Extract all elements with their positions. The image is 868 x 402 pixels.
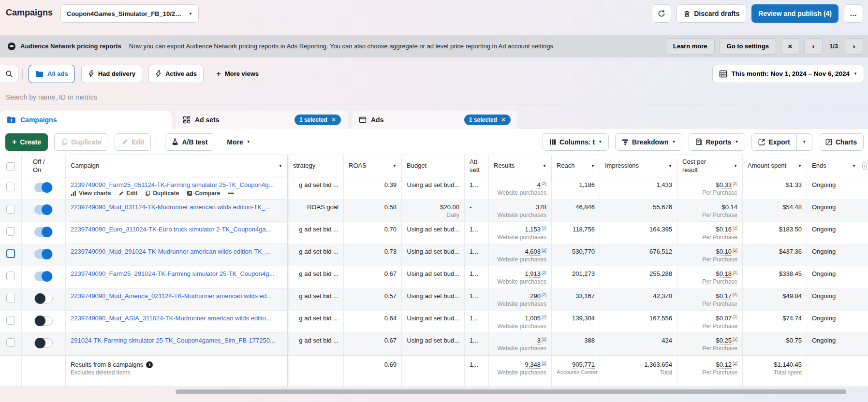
- sort-caret-icon[interactable]: ▼: [591, 164, 595, 168]
- discard-drafts-button[interactable]: Discard drafts: [677, 4, 746, 23]
- column-header-amount-spent[interactable]: Amount spent: [748, 162, 786, 170]
- duplicate-button[interactable]: Duplicate: [54, 133, 108, 151]
- tab-ad-sets[interactable]: Ad sets 1 selected ✕: [176, 111, 348, 129]
- summary-results[interactable]: 9,348: [525, 361, 541, 369]
- column-header-cost-per-result[interactable]: Cost per result: [682, 158, 713, 174]
- row-checkbox[interactable]: [6, 227, 15, 236]
- summary-cost-per-result[interactable]: $0.12: [716, 361, 732, 369]
- info-icon[interactable]: i: [146, 361, 153, 368]
- columns-button[interactable]: Columns: t ▼: [543, 133, 609, 151]
- cost-per-result-value[interactable]: $0.10: [716, 248, 732, 256]
- cost-per-result-value[interactable]: $0.25: [716, 337, 732, 345]
- column-header-budget[interactable]: Budget: [407, 162, 427, 170]
- sort-caret-icon[interactable]: ▼: [798, 164, 802, 168]
- column-header-impressions[interactable]: Impressions: [605, 162, 639, 170]
- campaign-toggle[interactable]: [34, 338, 53, 348]
- more-views-button[interactable]: + More views: [210, 65, 265, 83]
- go-to-settings-button[interactable]: Go to settings: [720, 38, 776, 55]
- campaign-name-link[interactable]: 291024-TK-Farming simulator 25-TK_Coupon…: [71, 337, 282, 344]
- column-header-campaign[interactable]: Campaign: [71, 162, 99, 170]
- breakdown-button[interactable]: Breakdown ▼: [615, 133, 682, 151]
- banner-next-button[interactable]: ›: [845, 38, 863, 55]
- column-header-attribution[interactable]: Att sett: [470, 158, 480, 174]
- tab-ads[interactable]: Ads 1 selected ✕: [352, 111, 517, 129]
- campaign-name-link[interactable]: 2239749090_Mud_America_021124-TK-Mudrunn…: [71, 292, 282, 300]
- summary-reach[interactable]: 905,771: [572, 361, 595, 369]
- add-column-icon[interactable]: +: [862, 162, 867, 170]
- campaign-name-link[interactable]: 2239749090_Mud_291024-TK-Mudrunner ameri…: [71, 248, 282, 255]
- sort-caret-icon[interactable]: ▼: [852, 164, 856, 168]
- sort-caret-icon[interactable]: ▼: [279, 164, 282, 168]
- edit-button[interactable]: Edit: [115, 133, 151, 151]
- sort-caret-icon[interactable]: ▼: [734, 164, 737, 168]
- cost-per-result-value[interactable]: $0.18: [716, 270, 732, 278]
- row-checkbox[interactable]: [6, 316, 15, 325]
- review-and-publish-button[interactable]: Review and publish (4): [751, 4, 839, 23]
- column-header-onoff[interactable]: Off / On: [33, 158, 54, 174]
- more-actions-button[interactable]: More ▼: [221, 133, 256, 151]
- export-button[interactable]: Export: [751, 133, 796, 151]
- campaign-toggle[interactable]: [34, 316, 53, 326]
- sort-caret-icon[interactable]: ▼: [393, 164, 397, 168]
- cost-per-result-value[interactable]: $0.16: [716, 226, 732, 233]
- campaign-toggle[interactable]: [34, 205, 53, 215]
- filter-had-delivery[interactable]: Had delivery: [81, 65, 142, 83]
- row-checkbox[interactable]: [6, 272, 15, 280]
- results-value[interactable]: 290: [530, 292, 541, 300]
- row-more-actions[interactable]: •••: [228, 190, 234, 197]
- cost-per-result-value[interactable]: $0.17: [716, 292, 732, 300]
- cost-per-result-value[interactable]: $0.07: [716, 315, 732, 322]
- compare-action[interactable]: Compare: [187, 190, 220, 197]
- column-header-results[interactable]: Results: [494, 162, 515, 170]
- results-value[interactable]: 1,005: [525, 315, 541, 322]
- campaign-toggle[interactable]: [34, 249, 53, 259]
- select-all-checkbox[interactable]: [6, 162, 15, 171]
- horizontal-scrollbar[interactable]: [176, 389, 846, 394]
- campaign-name-link[interactable]: 2239749090_Farm25_291024-TK-Farming simu…: [71, 270, 282, 277]
- row-checkbox[interactable]: [6, 338, 15, 347]
- row-checkbox[interactable]: [6, 183, 15, 191]
- date-range-dropdown[interactable]: This month: Nov 1, 2024 – Nov 6, 2024 ▼: [712, 65, 864, 83]
- column-header-ends[interactable]: Ends: [812, 162, 826, 170]
- duplicate-action[interactable]: Duplicate: [145, 190, 179, 197]
- campaign-name-link[interactable]: 2239749090_Mud_ASIA_311024-TK-Mudrunner …: [71, 315, 282, 322]
- column-header-bid-strategy[interactable]: strategy: [293, 162, 315, 170]
- campaign-name-link[interactable]: 2239749090_Farm25_051124-TK-Farming simu…: [71, 181, 282, 188]
- cost-per-result-value[interactable]: $0.14: [721, 203, 737, 211]
- results-value[interactable]: 1,153: [525, 226, 541, 233]
- campaign-toggle[interactable]: [34, 227, 53, 237]
- row-checkbox[interactable]: [6, 205, 15, 214]
- results-value[interactable]: 3: [537, 337, 541, 345]
- results-value[interactable]: 4,603: [525, 248, 541, 256]
- sort-caret-icon[interactable]: ▼: [543, 164, 546, 168]
- banner-close-button[interactable]: ×: [781, 38, 799, 55]
- edit-action[interactable]: Edit: [118, 190, 137, 197]
- clear-selection-icon[interactable]: ✕: [501, 116, 506, 123]
- tab-campaigns[interactable]: Campaigns: [0, 111, 172, 129]
- column-header-roas[interactable]: ROAS: [349, 162, 367, 170]
- refresh-button[interactable]: [652, 4, 671, 23]
- cost-per-result-value[interactable]: $0.33: [716, 181, 732, 189]
- campaign-toggle[interactable]: [34, 183, 53, 192]
- sort-caret-icon[interactable]: ▼: [668, 164, 672, 168]
- view-charts-action[interactable]: View charts: [71, 190, 111, 197]
- results-value[interactable]: 4: [537, 181, 541, 189]
- row-checkbox[interactable]: [6, 294, 15, 302]
- campaign-toggle[interactable]: [34, 272, 53, 281]
- learn-more-button[interactable]: Learn more: [666, 38, 715, 55]
- row-checkbox[interactable]: [6, 249, 15, 258]
- results-value[interactable]: 378: [536, 203, 546, 211]
- more-options-button[interactable]: ...: [844, 4, 863, 23]
- filter-all-ads[interactable]: All ads: [29, 65, 75, 83]
- account-dropdown[interactable]: Coupon4Games_Simulator_FB_10/24 ... ▼: [60, 4, 199, 23]
- banner-prev-button[interactable]: ‹: [804, 38, 823, 55]
- campaign-toggle[interactable]: [34, 294, 53, 303]
- export-options-button[interactable]: ▼: [797, 133, 812, 151]
- reports-button[interactable]: Reports ▼: [689, 133, 745, 151]
- ab-test-button[interactable]: A/B test: [165, 133, 214, 151]
- campaign-name-link[interactable]: 2239749090_Mud_031124-TK-Mudrunner ameri…: [71, 203, 282, 211]
- charts-button[interactable]: Charts: [819, 133, 864, 151]
- campaign-name-link[interactable]: 2239749090_Euro_311024-TK-Euro truck sim…: [71, 226, 282, 233]
- search-input[interactable]: [6, 93, 296, 101]
- create-button[interactable]: + Create: [5, 133, 48, 151]
